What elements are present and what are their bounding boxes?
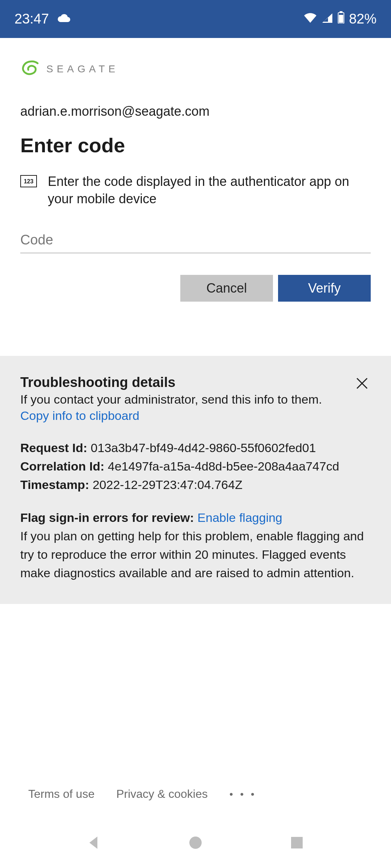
cell-signal-icon bbox=[321, 11, 333, 27]
cloud-icon bbox=[57, 11, 71, 27]
copy-info-link[interactable]: Copy info to clipboard bbox=[20, 409, 322, 423]
status-battery-pct: 82% bbox=[349, 11, 377, 27]
nav-recents-icon[interactable] bbox=[288, 834, 306, 852]
close-icon[interactable] bbox=[353, 375, 371, 393]
wifi-icon bbox=[303, 11, 317, 27]
flag-label: Flag sign-in errors for review: bbox=[20, 511, 194, 524]
troubleshooting-panel: Troubleshooting details If you contact y… bbox=[0, 356, 391, 604]
terms-link[interactable]: Terms of use bbox=[28, 787, 94, 801]
account-email: adrian.e.morrison@seagate.com bbox=[20, 104, 371, 119]
timestamp-line: Timestamp: 2022-12-29T23:47:04.764Z bbox=[20, 476, 371, 494]
cancel-button[interactable]: Cancel bbox=[180, 275, 273, 302]
seagate-logo-text: SEAGATE bbox=[46, 63, 119, 75]
troubleshoot-subtitle: If you contact your administrator, send … bbox=[20, 392, 322, 407]
android-nav-bar bbox=[0, 817, 391, 868]
seagate-swirl-icon bbox=[20, 60, 41, 78]
verify-button[interactable]: Verify bbox=[278, 275, 371, 302]
footer: Terms of use Privacy & cookies • • • bbox=[0, 787, 391, 801]
flag-description: If you plan on getting help for this pro… bbox=[20, 527, 371, 582]
code-entry-icon: 123 bbox=[20, 175, 37, 189]
nav-home-icon[interactable] bbox=[186, 834, 205, 852]
svg-point-5 bbox=[189, 837, 202, 849]
more-options-icon[interactable]: • • • bbox=[230, 788, 257, 800]
android-status-bar: 23:47 82% bbox=[0, 0, 391, 38]
page-title: Enter code bbox=[20, 133, 371, 157]
code-input[interactable] bbox=[20, 229, 371, 253]
enable-flagging-link[interactable]: Enable flagging bbox=[197, 511, 282, 524]
correlation-id-line: Correlation Id: 4e1497fa-a15a-4d8d-b5ee-… bbox=[20, 457, 371, 476]
request-id-line: Request Id: 013a3b47-bf49-4d42-9860-55f0… bbox=[20, 439, 371, 457]
troubleshoot-title: Troubleshooting details bbox=[20, 375, 322, 390]
battery-icon bbox=[337, 11, 345, 27]
svg-rect-2 bbox=[339, 15, 343, 23]
status-time: 23:47 bbox=[14, 11, 49, 27]
instruction-text: Enter the code displayed in the authenti… bbox=[48, 173, 371, 208]
svg-rect-6 bbox=[291, 837, 303, 848]
nav-back-icon[interactable] bbox=[85, 834, 103, 852]
seagate-logo: SEAGATE bbox=[20, 60, 371, 78]
svg-text:123: 123 bbox=[24, 178, 34, 184]
privacy-link[interactable]: Privacy & cookies bbox=[116, 787, 208, 801]
